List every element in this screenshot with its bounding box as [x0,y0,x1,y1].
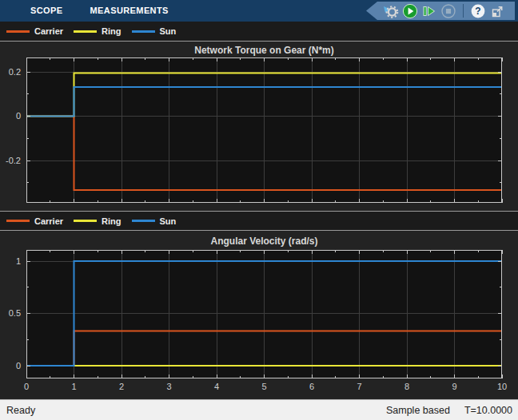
svg-text:0.5: 0.5 [9,308,21,318]
svg-text:10: 10 [497,382,507,391]
help-icon: ? [470,3,486,19]
velocity-plot-axes[interactable]: 10.50012345678910 [0,232,518,399]
scope-window: SCOPE MEASUREMENTS [0,0,518,420]
velocity-plot-panel: Angular Velocity (rad/s) 10.500123456789… [0,232,518,399]
svg-text:6: 6 [309,382,314,391]
svg-text:1: 1 [71,382,76,391]
tab-measurements[interactable]: MEASUREMENTS [90,0,169,22]
legend-item-carrier[interactable]: Carrier [6,26,63,36]
step-forward-button[interactable] [421,3,437,19]
svg-text:0: 0 [16,361,21,370]
step-forward-icon [421,3,437,19]
tab-scope[interactable]: SCOPE [30,0,63,22]
run-play-icon [402,3,418,19]
legend-strip-torque: Carrier Ring Sun [0,22,518,42]
carrier-line-swatch [6,220,30,222]
stop-icon [440,3,456,19]
legend-label: Sun [160,26,177,36]
undock-button[interactable] [489,3,505,19]
toolstrip: SCOPE MEASUREMENTS [0,0,518,22]
svg-text:4: 4 [214,382,219,391]
torque-plot-panel: Network Torque on Gear (N*m) 0.20-0.2 [0,42,518,211]
status-sim-time: T=10.0000 [464,405,512,416]
toolbar-separator [463,4,464,18]
simulation-settings-gear-icon [383,3,399,19]
svg-text:1: 1 [16,256,21,266]
legend-strip-velocity: Carrier Ring Sun [0,211,518,231]
torque-plot-axes[interactable]: 0.20-0.2 [0,42,518,211]
svg-text:5: 5 [261,382,266,391]
legend-label: Sun [160,216,177,226]
svg-text:?: ? [475,6,480,17]
legend-label: Carrier [34,26,63,36]
status-ready-text: Ready [6,405,35,416]
legend-label: Carrier [34,216,63,226]
run-button[interactable] [402,3,418,19]
svg-text:9: 9 [452,382,456,391]
legend-item-sun[interactable]: Sun [132,26,177,36]
ring-line-swatch [74,30,97,33]
svg-text:0.2: 0.2 [9,67,21,77]
svg-text:8: 8 [404,382,409,391]
help-button[interactable]: ? [470,3,486,19]
sun-line-swatch [132,30,155,33]
sun-line-swatch [132,220,155,222]
svg-text:7: 7 [357,382,361,391]
legend-item-sun[interactable]: Sun [132,216,177,226]
stop-button[interactable] [440,3,456,19]
legend-item-ring[interactable]: Ring [74,216,121,226]
status-bar: Ready Sample based T=10.0000 [0,399,518,420]
legend-label: Ring [102,216,121,226]
simulation-settings-button[interactable] [383,3,399,19]
status-sample-mode: Sample based [386,405,450,416]
legend-label: Ring [102,26,121,36]
legend-item-carrier[interactable]: Carrier [6,216,63,226]
svg-text:2: 2 [119,382,124,391]
legend-item-ring[interactable]: Ring [74,26,121,36]
svg-text:-0.2: -0.2 [6,156,21,165]
svg-text:3: 3 [166,382,171,391]
carrier-line-swatch [6,30,30,33]
simulation-toolbar: ? [366,2,515,20]
undock-icon [489,3,505,19]
svg-text:0: 0 [16,111,21,121]
svg-text:0: 0 [24,382,29,391]
ring-line-swatch [74,220,97,222]
